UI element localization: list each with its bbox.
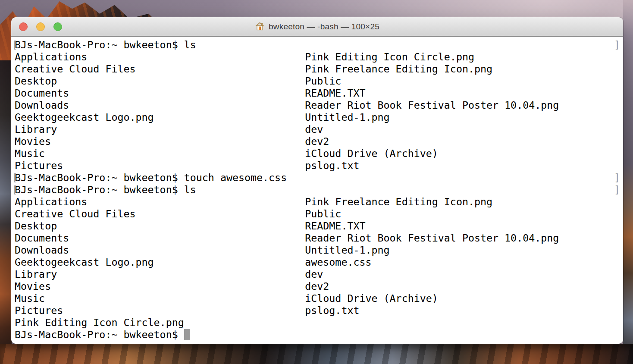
terminal-line: DocumentsREADME.TXT bbox=[11, 87, 623, 99]
line-text: BJs-MacBook-Pro:~ bwkeeton$ ls bbox=[15, 39, 196, 50]
ls-item-left: Music bbox=[15, 292, 305, 304]
terminal-screen[interactable]: [BJs-MacBook-Pro:~ bwkeeton$ ls] Applica… bbox=[11, 37, 623, 344]
ls-item-right: dev2 bbox=[305, 280, 329, 292]
ls-item-right: iCloud Drive (Archive) bbox=[305, 147, 438, 159]
ls-item-left: Creative Cloud Files bbox=[15, 63, 305, 75]
terminal-line: DesktopREADME.TXT bbox=[11, 220, 623, 232]
ls-item-left: Geektogeekcast Logo.png bbox=[15, 256, 305, 268]
terminal-prompt-line[interactable]: BJs-MacBook-Pro:~ bwkeeton$ bbox=[11, 329, 623, 341]
ls-item-left: Movies bbox=[15, 135, 305, 147]
ls-item-left: Pictures bbox=[15, 160, 305, 172]
command-mark-open: [ bbox=[12, 39, 18, 51]
ls-item-left: Geektogeekcast Logo.png bbox=[15, 111, 305, 123]
terminal-line: Picturespslog.txt bbox=[11, 160, 623, 172]
terminal-line: Geektogeekcast Logo.pngawesome.css bbox=[11, 256, 623, 268]
terminal-line: DownloadsReader Riot Book Festival Poste… bbox=[11, 99, 623, 111]
ls-item-left: Desktop bbox=[15, 75, 305, 87]
ls-item-left: Desktop bbox=[15, 220, 305, 232]
ls-item-left: Pictures bbox=[15, 304, 305, 317]
line-text: BJs-MacBook-Pro:~ bwkeeton$ touch awesom… bbox=[15, 172, 287, 183]
command-mark-close: ] bbox=[614, 184, 620, 196]
terminal-line: DocumentsReader Riot Book Festival Poste… bbox=[11, 232, 623, 244]
ls-item-right: pslog.txt bbox=[305, 160, 359, 171]
ls-item-left: Creative Cloud Files bbox=[15, 208, 305, 220]
ls-item-left: Pink Editing Icon Circle.png bbox=[15, 317, 305, 329]
ls-item-right: Untitled-1.png bbox=[305, 111, 389, 123]
ls-item-right: iCloud Drive (Archive) bbox=[305, 292, 438, 304]
line-text: BJs-MacBook-Pro:~ bwkeeton$ ls bbox=[15, 184, 196, 195]
titlebar-proxy[interactable]: bwkeeton — -bash — 100×25 bbox=[255, 22, 379, 31]
command-mark-open: [ bbox=[12, 172, 18, 184]
terminal-line: MusiciCloud Drive (Archive) bbox=[11, 292, 623, 304]
terminal-line: Creative Cloud FilesPink Freelance Editi… bbox=[11, 63, 623, 75]
window-title: bwkeeton — -bash — 100×25 bbox=[269, 22, 379, 31]
terminal-line: Moviesdev2 bbox=[11, 280, 623, 292]
ls-item-left: Downloads bbox=[15, 244, 305, 256]
ls-item-right: README.TXT bbox=[305, 87, 365, 99]
terminal-line: [BJs-MacBook-Pro:~ bwkeeton$ ls] bbox=[11, 39, 623, 51]
ls-item-right: awesome.css bbox=[305, 256, 371, 268]
ls-item-left: Documents bbox=[15, 232, 305, 244]
terminal-line: Moviesdev2 bbox=[11, 135, 623, 147]
terminal-line: MusiciCloud Drive (Archive) bbox=[11, 147, 623, 160]
command-mark-close: ] bbox=[614, 39, 620, 51]
home-folder-icon bbox=[255, 22, 265, 31]
terminal-line: Picturespslog.txt bbox=[11, 304, 623, 317]
ls-item-right: Reader Riot Book Festival Poster 10.04.p… bbox=[305, 232, 559, 244]
terminal-line: [BJs-MacBook-Pro:~ bwkeeton$ ls] bbox=[11, 184, 623, 196]
ls-item-right: README.TXT bbox=[305, 220, 365, 232]
terminal-window: bwkeeton — -bash — 100×25 [BJs-MacBook-P… bbox=[11, 17, 623, 344]
minimize-button[interactable] bbox=[36, 22, 45, 31]
zoom-button[interactable] bbox=[53, 22, 62, 31]
ls-item-left: Documents bbox=[15, 87, 305, 99]
prompt-text: BJs-MacBook-Pro:~ bwkeeton$ bbox=[15, 329, 184, 340]
command-mark-close: ] bbox=[614, 172, 620, 184]
ls-item-left: Applications bbox=[15, 51, 305, 63]
ls-item-left: Library bbox=[15, 268, 305, 280]
ls-item-left: Movies bbox=[15, 280, 305, 292]
ls-item-right: dev2 bbox=[305, 135, 329, 147]
ls-item-right: pslog.txt bbox=[305, 304, 359, 316]
mountain-rock-left bbox=[0, 60, 12, 364]
ls-item-right: Pink Freelance Editing Icon.png bbox=[305, 196, 492, 207]
ls-item-right: Pink Editing Icon Circle.png bbox=[305, 51, 474, 63]
mountain-rock-bottom bbox=[0, 344, 633, 364]
terminal-line: Librarydev bbox=[11, 123, 623, 135]
window-titlebar[interactable]: bwkeeton — -bash — 100×25 bbox=[11, 17, 623, 37]
ls-item-right: Public bbox=[305, 75, 341, 87]
command-mark-open: [ bbox=[12, 184, 18, 196]
ls-item-right: dev bbox=[305, 268, 323, 280]
terminal-line: Librarydev bbox=[11, 268, 623, 280]
window-controls bbox=[19, 17, 71, 36]
ls-item-left: Downloads bbox=[15, 99, 305, 111]
ls-item-right: Reader Riot Book Festival Poster 10.04.p… bbox=[305, 99, 559, 111]
terminal-line: Pink Editing Icon Circle.png bbox=[11, 317, 623, 329]
mountain-rock-right bbox=[623, 0, 633, 364]
terminal-line: DownloadsUntitled-1.png bbox=[11, 244, 623, 256]
terminal-line: [BJs-MacBook-Pro:~ bwkeeton$ touch aweso… bbox=[11, 172, 623, 184]
text-cursor bbox=[184, 329, 190, 340]
ls-item-right: dev bbox=[305, 123, 323, 135]
ls-item-right: Untitled-1.png bbox=[305, 244, 389, 256]
terminal-line: Geektogeekcast Logo.pngUntitled-1.png bbox=[11, 111, 623, 123]
close-button[interactable] bbox=[19, 22, 28, 31]
ls-item-left: Applications bbox=[15, 196, 305, 208]
terminal-line: ApplicationsPink Freelance Editing Icon.… bbox=[11, 196, 623, 208]
terminal-line: Creative Cloud FilesPublic bbox=[11, 208, 623, 220]
ls-item-right: Pink Freelance Editing Icon.png bbox=[305, 63, 492, 75]
terminal-line: ApplicationsPink Editing Icon Circle.png bbox=[11, 51, 623, 63]
ls-item-left: Music bbox=[15, 147, 305, 160]
ls-item-left: Library bbox=[15, 123, 305, 135]
ls-item-right: Public bbox=[305, 208, 341, 220]
terminal-line: DesktopPublic bbox=[11, 75, 623, 87]
